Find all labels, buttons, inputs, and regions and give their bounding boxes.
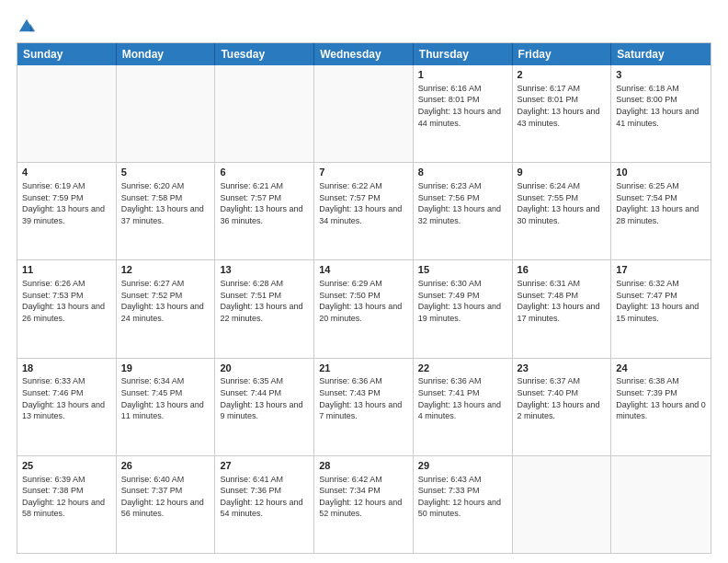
calendar-cell: 26Sunrise: 6:40 AM Sunset: 7:37 PM Dayli…: [117, 456, 216, 553]
day-number: 19: [121, 362, 210, 375]
cell-daylight-info: Sunrise: 6:37 AM Sunset: 7:40 PM Dayligh…: [518, 375, 607, 421]
day-number: 7: [319, 166, 408, 179]
calendar-cell: 27Sunrise: 6:41 AM Sunset: 7:36 PM Dayli…: [215, 456, 314, 553]
calendar-cell: [215, 65, 314, 162]
calendar-cell: 4Sunrise: 6:19 AM Sunset: 7:59 PM Daylig…: [17, 163, 117, 259]
calendar-cell: 9Sunrise: 6:24 AM Sunset: 7:55 PM Daylig…: [513, 163, 612, 259]
cell-daylight-info: Sunrise: 6:35 AM Sunset: 7:44 PM Dayligh…: [220, 375, 309, 421]
cell-daylight-info: Sunrise: 6:20 AM Sunset: 7:58 PM Dayligh…: [121, 180, 210, 226]
cell-daylight-info: Sunrise: 6:32 AM Sunset: 7:47 PM Dayligh…: [616, 278, 706, 324]
calendar-cell: 12Sunrise: 6:27 AM Sunset: 7:52 PM Dayli…: [117, 260, 216, 357]
calendar-cell: 13Sunrise: 6:28 AM Sunset: 7:51 PM Dayli…: [215, 260, 314, 357]
calendar-header-cell: Thursday: [414, 43, 513, 65]
cell-daylight-info: Sunrise: 6:31 AM Sunset: 7:48 PM Dayligh…: [518, 278, 607, 324]
cell-daylight-info: Sunrise: 6:36 AM Sunset: 7:41 PM Dayligh…: [418, 375, 507, 421]
cell-daylight-info: Sunrise: 6:23 AM Sunset: 7:56 PM Dayligh…: [418, 180, 507, 226]
cell-daylight-info: Sunrise: 6:33 AM Sunset: 7:46 PM Dayligh…: [22, 375, 111, 421]
calendar-cell: 15Sunrise: 6:30 AM Sunset: 7:49 PM Dayli…: [414, 260, 513, 357]
calendar-cell: 1Sunrise: 6:16 AM Sunset: 8:01 PM Daylig…: [414, 65, 513, 162]
cell-daylight-info: Sunrise: 6:22 AM Sunset: 7:57 PM Dayligh…: [319, 180, 408, 226]
calendar-cell: [513, 456, 612, 553]
cell-daylight-info: Sunrise: 6:38 AM Sunset: 7:39 PM Dayligh…: [616, 375, 706, 421]
cell-daylight-info: Sunrise: 6:39 AM Sunset: 7:38 PM Dayligh…: [22, 474, 111, 520]
day-number: 24: [616, 362, 706, 375]
calendar-cell: 21Sunrise: 6:36 AM Sunset: 7:43 PM Dayli…: [314, 359, 414, 455]
calendar-cell: 6Sunrise: 6:21 AM Sunset: 7:57 PM Daylig…: [215, 163, 314, 259]
calendar-cell: 23Sunrise: 6:37 AM Sunset: 7:40 PM Dayli…: [513, 359, 612, 455]
logo: [17, 17, 40, 37]
cell-daylight-info: Sunrise: 6:40 AM Sunset: 7:37 PM Dayligh…: [121, 474, 210, 520]
day-number: 1: [418, 68, 507, 82]
cell-daylight-info: Sunrise: 6:30 AM Sunset: 7:49 PM Dayligh…: [418, 278, 507, 324]
calendar-cell: 20Sunrise: 6:35 AM Sunset: 7:44 PM Dayli…: [215, 359, 314, 455]
calendar-week-row: 11Sunrise: 6:26 AM Sunset: 7:53 PM Dayli…: [17, 259, 711, 357]
cell-daylight-info: Sunrise: 6:25 AM Sunset: 7:54 PM Dayligh…: [616, 180, 706, 226]
day-number: 12: [121, 263, 210, 277]
day-number: 10: [616, 166, 706, 179]
day-number: 14: [319, 263, 408, 277]
calendar-cell: 19Sunrise: 6:34 AM Sunset: 7:45 PM Dayli…: [117, 359, 216, 455]
day-number: 18: [22, 362, 111, 375]
cell-daylight-info: Sunrise: 6:26 AM Sunset: 7:53 PM Dayligh…: [22, 278, 111, 324]
calendar-cell: 18Sunrise: 6:33 AM Sunset: 7:46 PM Dayli…: [17, 359, 117, 455]
calendar-header-cell: Wednesday: [314, 43, 414, 65]
day-number: 4: [22, 166, 111, 179]
cell-daylight-info: Sunrise: 6:24 AM Sunset: 7:55 PM Dayligh…: [518, 180, 607, 226]
calendar-header-cell: Friday: [513, 43, 612, 65]
day-number: 15: [418, 263, 507, 277]
cell-daylight-info: Sunrise: 6:36 AM Sunset: 7:43 PM Dayligh…: [319, 375, 408, 421]
cell-daylight-info: Sunrise: 6:42 AM Sunset: 7:34 PM Dayligh…: [319, 474, 408, 520]
cell-daylight-info: Sunrise: 6:41 AM Sunset: 7:36 PM Dayligh…: [220, 474, 309, 520]
calendar-cell: 10Sunrise: 6:25 AM Sunset: 7:54 PM Dayli…: [611, 163, 711, 259]
cell-daylight-info: Sunrise: 6:43 AM Sunset: 7:33 PM Dayligh…: [418, 474, 507, 520]
cell-daylight-info: Sunrise: 6:18 AM Sunset: 8:00 PM Dayligh…: [616, 83, 706, 129]
cell-daylight-info: Sunrise: 6:27 AM Sunset: 7:52 PM Dayligh…: [121, 278, 210, 324]
cell-daylight-info: Sunrise: 6:19 AM Sunset: 7:59 PM Dayligh…: [22, 180, 111, 226]
svg-marker-1: [30, 23, 36, 31]
cell-daylight-info: Sunrise: 6:17 AM Sunset: 8:01 PM Dayligh…: [518, 83, 607, 129]
day-number: 8: [418, 166, 507, 179]
day-number: 26: [121, 459, 210, 473]
calendar-week-row: 18Sunrise: 6:33 AM Sunset: 7:46 PM Dayli…: [17, 358, 711, 455]
cell-daylight-info: Sunrise: 6:16 AM Sunset: 8:01 PM Dayligh…: [418, 83, 507, 129]
day-number: 9: [518, 166, 607, 179]
calendar-cell: 24Sunrise: 6:38 AM Sunset: 7:39 PM Dayli…: [611, 359, 711, 455]
calendar-cell: 7Sunrise: 6:22 AM Sunset: 7:57 PM Daylig…: [314, 163, 414, 259]
calendar-week-row: 1Sunrise: 6:16 AM Sunset: 8:01 PM Daylig…: [17, 65, 711, 162]
calendar-cell: 3Sunrise: 6:18 AM Sunset: 8:00 PM Daylig…: [611, 65, 711, 162]
calendar-cell: 22Sunrise: 6:36 AM Sunset: 7:41 PM Dayli…: [414, 359, 513, 455]
day-number: 2: [518, 68, 607, 82]
day-number: 22: [418, 362, 507, 375]
day-number: 29: [418, 459, 507, 473]
calendar-cell: 11Sunrise: 6:26 AM Sunset: 7:53 PM Dayli…: [17, 260, 117, 357]
day-number: 6: [220, 166, 309, 179]
calendar-cell: 17Sunrise: 6:32 AM Sunset: 7:47 PM Dayli…: [611, 260, 711, 357]
header: [17, 17, 711, 37]
day-number: 25: [22, 459, 111, 473]
day-number: 17: [616, 263, 706, 277]
day-number: 27: [220, 459, 309, 473]
calendar-cell: [314, 65, 414, 162]
calendar-cell: 28Sunrise: 6:42 AM Sunset: 7:34 PM Dayli…: [314, 456, 414, 553]
calendar-week-row: 25Sunrise: 6:39 AM Sunset: 7:38 PM Dayli…: [17, 455, 711, 553]
calendar-header-cell: Sunday: [17, 43, 117, 65]
cell-daylight-info: Sunrise: 6:29 AM Sunset: 7:50 PM Dayligh…: [319, 278, 408, 324]
cell-daylight-info: Sunrise: 6:21 AM Sunset: 7:57 PM Dayligh…: [220, 180, 309, 226]
calendar-cell: 8Sunrise: 6:23 AM Sunset: 7:56 PM Daylig…: [414, 163, 513, 259]
day-number: 28: [319, 459, 408, 473]
calendar-cell: 16Sunrise: 6:31 AM Sunset: 7:48 PM Dayli…: [513, 260, 612, 357]
day-number: 11: [22, 263, 111, 277]
logo-icon: [17, 17, 37, 37]
calendar-cell: 25Sunrise: 6:39 AM Sunset: 7:38 PM Dayli…: [17, 456, 117, 553]
calendar-cell: [17, 65, 117, 162]
calendar-cell: 5Sunrise: 6:20 AM Sunset: 7:58 PM Daylig…: [117, 163, 216, 259]
calendar: SundayMondayTuesdayWednesdayThursdayFrid…: [17, 42, 711, 554]
page: SundayMondayTuesdayWednesdayThursdayFrid…: [0, 0, 728, 563]
day-number: 21: [319, 362, 408, 375]
calendar-week-row: 4Sunrise: 6:19 AM Sunset: 7:59 PM Daylig…: [17, 162, 711, 259]
calendar-body: 1Sunrise: 6:16 AM Sunset: 8:01 PM Daylig…: [17, 65, 711, 553]
cell-daylight-info: Sunrise: 6:34 AM Sunset: 7:45 PM Dayligh…: [121, 375, 210, 421]
day-number: 13: [220, 263, 309, 277]
calendar-cell: [117, 65, 216, 162]
day-number: 5: [121, 166, 210, 179]
